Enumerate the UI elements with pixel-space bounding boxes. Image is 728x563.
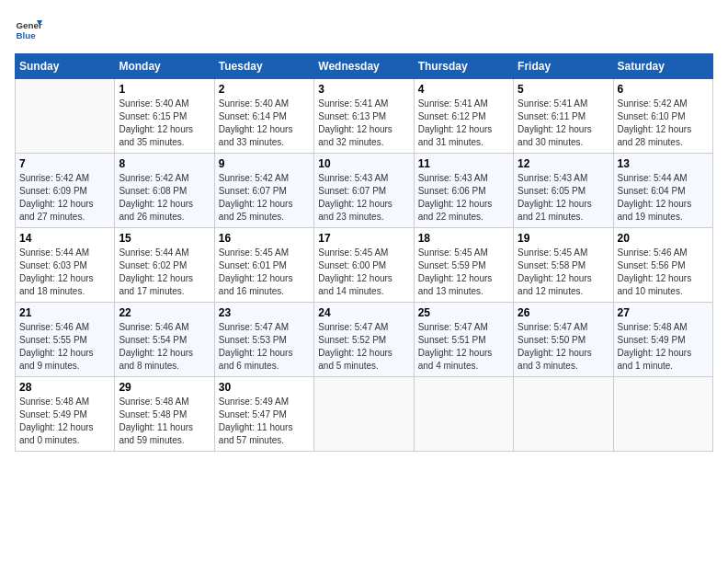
calendar-cell: 26Sunrise: 5:47 AM Sunset: 5:50 PM Dayli… — [514, 303, 613, 377]
day-number: 6 — [618, 83, 709, 96]
calendar-cell: 22Sunrise: 5:46 AM Sunset: 5:54 PM Dayli… — [115, 303, 214, 377]
day-number: 13 — [618, 157, 709, 170]
day-number: 15 — [119, 232, 210, 245]
day-info: Sunrise: 5:45 AM Sunset: 6:01 PM Dayligh… — [219, 247, 310, 298]
day-info: Sunrise: 5:47 AM Sunset: 5:53 PM Dayligh… — [219, 321, 310, 373]
day-number: 16 — [219, 232, 310, 245]
day-info: Sunrise: 5:42 AM Sunset: 6:10 PM Dayligh… — [618, 98, 709, 149]
day-number: 21 — [19, 306, 110, 319]
day-number: 29 — [119, 381, 210, 394]
day-info: Sunrise: 5:45 AM Sunset: 5:59 PM Dayligh… — [418, 247, 509, 298]
day-number: 28 — [19, 381, 110, 394]
calendar-cell — [514, 377, 613, 452]
day-number: 22 — [119, 306, 210, 319]
calendar-cell: 15Sunrise: 5:44 AM Sunset: 6:02 PM Dayli… — [115, 228, 214, 303]
calendar-cell: 6Sunrise: 5:42 AM Sunset: 6:10 PM Daylig… — [613, 79, 712, 154]
day-number: 20 — [618, 232, 709, 245]
calendar-cell — [414, 377, 513, 452]
calendar-cell — [314, 377, 414, 452]
day-info: Sunrise: 5:43 AM Sunset: 6:07 PM Dayligh… — [318, 172, 409, 224]
day-number: 11 — [418, 157, 509, 170]
calendar-cell: 13Sunrise: 5:44 AM Sunset: 6:04 PM Dayli… — [613, 154, 712, 228]
day-info: Sunrise: 5:43 AM Sunset: 6:05 PM Dayligh… — [518, 172, 609, 224]
calendar-cell: 3Sunrise: 5:41 AM Sunset: 6:13 PM Daylig… — [314, 79, 414, 154]
day-info: Sunrise: 5:48 AM Sunset: 5:48 PM Dayligh… — [119, 396, 210, 447]
day-info: Sunrise: 5:47 AM Sunset: 5:51 PM Dayligh… — [418, 321, 509, 373]
calendar-cell: 8Sunrise: 5:42 AM Sunset: 6:08 PM Daylig… — [115, 154, 214, 228]
page-header: General Blue — [15, 15, 713, 42]
calendar-cell: 25Sunrise: 5:47 AM Sunset: 5:51 PM Dayli… — [414, 303, 513, 377]
svg-text:Blue: Blue — [17, 30, 37, 40]
day-info: Sunrise: 5:44 AM Sunset: 6:03 PM Dayligh… — [19, 247, 110, 298]
calendar-cell: 28Sunrise: 5:48 AM Sunset: 5:49 PM Dayli… — [16, 377, 115, 452]
calendar-cell: 10Sunrise: 5:43 AM Sunset: 6:07 PM Dayli… — [314, 154, 414, 228]
day-info: Sunrise: 5:42 AM Sunset: 6:09 PM Dayligh… — [19, 172, 110, 224]
day-number: 25 — [418, 306, 509, 319]
day-number: 24 — [318, 306, 409, 319]
day-info: Sunrise: 5:41 AM Sunset: 6:13 PM Dayligh… — [318, 98, 409, 149]
day-number: 26 — [518, 306, 609, 319]
day-number: 5 — [518, 83, 609, 96]
calendar-cell: 23Sunrise: 5:47 AM Sunset: 5:53 PM Dayli… — [214, 303, 313, 377]
day-info: Sunrise: 5:45 AM Sunset: 5:58 PM Dayligh… — [518, 247, 609, 298]
day-number: 30 — [219, 381, 310, 394]
calendar-cell: 17Sunrise: 5:45 AM Sunset: 6:00 PM Dayli… — [314, 228, 414, 303]
col-header-sunday: Sunday — [16, 54, 115, 79]
calendar-cell: 1Sunrise: 5:40 AM Sunset: 6:15 PM Daylig… — [115, 79, 214, 154]
logo-icon: General Blue — [15, 15, 42, 42]
day-number: 27 — [618, 306, 709, 319]
day-info: Sunrise: 5:44 AM Sunset: 6:02 PM Dayligh… — [119, 247, 210, 298]
col-header-thursday: Thursday — [414, 54, 513, 79]
day-info: Sunrise: 5:40 AM Sunset: 6:15 PM Dayligh… — [119, 98, 210, 149]
day-info: Sunrise: 5:42 AM Sunset: 6:07 PM Dayligh… — [219, 172, 310, 224]
day-info: Sunrise: 5:46 AM Sunset: 5:54 PM Dayligh… — [119, 321, 210, 373]
day-info: Sunrise: 5:43 AM Sunset: 6:06 PM Dayligh… — [418, 172, 509, 224]
day-number: 18 — [418, 232, 509, 245]
calendar-cell: 9Sunrise: 5:42 AM Sunset: 6:07 PM Daylig… — [214, 154, 313, 228]
col-header-wednesday: Wednesday — [314, 54, 414, 79]
day-info: Sunrise: 5:40 AM Sunset: 6:14 PM Dayligh… — [219, 98, 310, 149]
calendar-cell: 4Sunrise: 5:41 AM Sunset: 6:12 PM Daylig… — [414, 79, 513, 154]
day-info: Sunrise: 5:41 AM Sunset: 6:12 PM Dayligh… — [418, 98, 509, 149]
day-number: 23 — [219, 306, 310, 319]
calendar-cell — [613, 377, 712, 452]
day-number: 2 — [219, 83, 310, 96]
col-header-friday: Friday — [514, 54, 613, 79]
calendar-cell: 16Sunrise: 5:45 AM Sunset: 6:01 PM Dayli… — [214, 228, 313, 303]
day-number: 9 — [219, 157, 310, 170]
day-number: 1 — [119, 83, 210, 96]
col-header-tuesday: Tuesday — [214, 54, 313, 79]
day-info: Sunrise: 5:47 AM Sunset: 5:52 PM Dayligh… — [318, 321, 409, 373]
calendar-cell: 27Sunrise: 5:48 AM Sunset: 5:49 PM Dayli… — [613, 303, 712, 377]
day-info: Sunrise: 5:49 AM Sunset: 5:47 PM Dayligh… — [219, 396, 310, 447]
day-number: 19 — [518, 232, 609, 245]
col-header-saturday: Saturday — [613, 54, 712, 79]
calendar-cell: 30Sunrise: 5:49 AM Sunset: 5:47 PM Dayli… — [214, 377, 313, 452]
day-number: 7 — [19, 157, 110, 170]
calendar-cell: 11Sunrise: 5:43 AM Sunset: 6:06 PM Dayli… — [414, 154, 513, 228]
col-header-monday: Monday — [115, 54, 214, 79]
calendar-cell: 29Sunrise: 5:48 AM Sunset: 5:48 PM Dayli… — [115, 377, 214, 452]
calendar-cell — [16, 79, 115, 154]
calendar-cell: 21Sunrise: 5:46 AM Sunset: 5:55 PM Dayli… — [16, 303, 115, 377]
day-info: Sunrise: 5:47 AM Sunset: 5:50 PM Dayligh… — [518, 321, 609, 373]
calendar-cell: 14Sunrise: 5:44 AM Sunset: 6:03 PM Dayli… — [16, 228, 115, 303]
calendar-cell: 20Sunrise: 5:46 AM Sunset: 5:56 PM Dayli… — [613, 228, 712, 303]
day-number: 8 — [119, 157, 210, 170]
day-number: 14 — [19, 232, 110, 245]
day-info: Sunrise: 5:42 AM Sunset: 6:08 PM Dayligh… — [119, 172, 210, 224]
day-info: Sunrise: 5:46 AM Sunset: 5:55 PM Dayligh… — [19, 321, 110, 373]
calendar-cell: 2Sunrise: 5:40 AM Sunset: 6:14 PM Daylig… — [214, 79, 313, 154]
day-info: Sunrise: 5:46 AM Sunset: 5:56 PM Dayligh… — [618, 247, 709, 298]
logo: General Blue — [15, 15, 42, 42]
calendar-table: SundayMondayTuesdayWednesdayThursdayFrid… — [15, 53, 713, 452]
day-number: 10 — [318, 157, 409, 170]
calendar-cell: 19Sunrise: 5:45 AM Sunset: 5:58 PM Dayli… — [514, 228, 613, 303]
calendar-cell: 7Sunrise: 5:42 AM Sunset: 6:09 PM Daylig… — [16, 154, 115, 228]
day-info: Sunrise: 5:45 AM Sunset: 6:00 PM Dayligh… — [318, 247, 409, 298]
calendar-cell: 18Sunrise: 5:45 AM Sunset: 5:59 PM Dayli… — [414, 228, 513, 303]
day-number: 4 — [418, 83, 509, 96]
day-info: Sunrise: 5:48 AM Sunset: 5:49 PM Dayligh… — [618, 321, 709, 373]
calendar-cell: 5Sunrise: 5:41 AM Sunset: 6:11 PM Daylig… — [514, 79, 613, 154]
day-info: Sunrise: 5:44 AM Sunset: 6:04 PM Dayligh… — [618, 172, 709, 224]
